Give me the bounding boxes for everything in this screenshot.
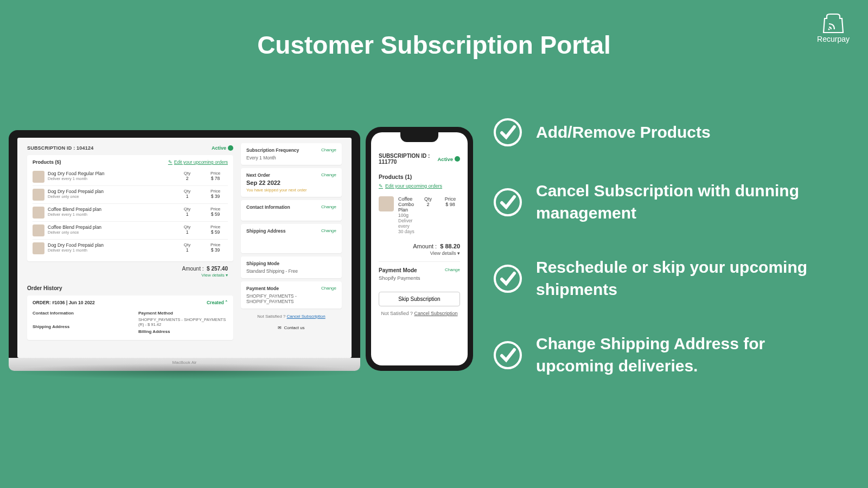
change-frequency-link[interactable]: Change xyxy=(321,147,336,152)
frequency-card: Subscription FrequencyChange Every 1 Mon… xyxy=(241,143,342,165)
payment-mode-card: Payment ModeChange SHOPIFY_PAYMENTS - SH… xyxy=(241,281,342,309)
check-circle-icon xyxy=(493,117,523,147)
phone-change-payment-link[interactable]: Change xyxy=(445,267,460,273)
svg-point-0 xyxy=(828,29,830,30)
billing-address-label: Billing Address xyxy=(138,329,228,334)
order-id-date: ORDER: #1036 | Jun 10 2022 xyxy=(33,300,95,305)
order-card: ORDER: #1036 | Jun 10 2022 Created ˄ Con… xyxy=(27,296,233,340)
skip-subscription-button[interactable]: Skip Subscription xyxy=(379,292,460,306)
check-circle-icon xyxy=(493,340,523,370)
phone-edit-upcoming-link[interactable]: ✎Edit your upcoming orders xyxy=(379,183,460,193)
payment-method-value: SHOPIFY_PAYMENTS - SHOPIFY_PAYMENTS (R) … xyxy=(138,317,228,327)
phone-view-details-link[interactable]: View details ▾ xyxy=(379,251,460,261)
product-thumbnail xyxy=(33,207,44,219)
svg-point-2 xyxy=(495,189,521,215)
next-order-card: Next OrderChange Sep 22 2022 You have sk… xyxy=(241,168,342,197)
phone-products-heading: Products (1) xyxy=(379,169,460,183)
shopping-bag-rss-icon xyxy=(821,13,845,34)
product-thumbnail xyxy=(33,224,44,236)
phone-status-badge: Active xyxy=(437,156,460,162)
change-payment-link[interactable]: Change xyxy=(321,286,336,291)
contact-us-link[interactable]: ✉Contact us xyxy=(241,325,342,330)
edit-upcoming-link[interactable]: ✎Edit your upcoming orders xyxy=(168,159,228,165)
check-circle-icon xyxy=(493,264,523,294)
product-row: Dog Dry Food Regular PlanDeliver every 1… xyxy=(33,168,228,186)
phone-payment-card: Payment ModeChange Shopify Payments xyxy=(379,261,460,286)
brand-logo: Recurpay xyxy=(817,13,850,43)
feature-list: Add/Remove Products Cancel Subscription … xyxy=(493,117,846,409)
product-thumbnail xyxy=(33,189,44,201)
order-history-heading: Order History xyxy=(27,278,233,296)
status-badge: Active xyxy=(212,145,233,151)
shipping-address-card: Shipping AddressChange xyxy=(241,224,342,253)
cancel-subscription-link[interactable]: Cancel Subscription xyxy=(287,314,326,319)
skipped-note: You have skipped your next order xyxy=(246,188,336,192)
check-circle-icon xyxy=(493,187,523,217)
feature-item: Add/Remove Products xyxy=(493,117,846,147)
svg-point-3 xyxy=(495,266,521,292)
product-row: Dog Dry Food Prepaid planDeliver every 1… xyxy=(33,240,228,257)
feature-item: Change Shipping Address for upcoming del… xyxy=(493,333,846,377)
feature-item: Reschedule or skip your upcoming shipmen… xyxy=(493,256,846,300)
product-thumbnail xyxy=(379,196,394,211)
laptop-mockup: SUBSCRIPTION ID : 104124 Active Products… xyxy=(9,130,360,371)
shipping-mode-card: Shipping Mode Standard Shipping - Free xyxy=(241,256,342,278)
pencil-icon: ✎ xyxy=(168,159,173,165)
product-thumbnail xyxy=(33,171,44,183)
order-status[interactable]: Created ˄ xyxy=(207,300,228,305)
products-heading: Products (5) xyxy=(33,159,61,165)
subscription-id: SUBSCRIPTION ID : 104124 xyxy=(27,145,93,151)
phone-subscription-id: SUBSCRIPTION ID : 111770 xyxy=(379,153,437,165)
not-satisfied-row: Not Satisfied ? Cancel Subscription xyxy=(241,314,342,319)
phone-cancel-subscription-link[interactable]: Cancel Subscription xyxy=(414,311,458,316)
pencil-icon: ✎ xyxy=(379,183,383,189)
product-row: Coffee Blend Prepaid planDeliver every 1… xyxy=(33,204,228,222)
phone-not-satisfied: Not Satisfied ? Cancel Subscription xyxy=(379,311,460,316)
contact-info-card: Contact InformationChange xyxy=(241,200,342,221)
phone-product-row: Coffee Combo Plan 100g Deliver every 30 … xyxy=(379,193,460,237)
phone-amount: Amount : $ 88.20 xyxy=(379,237,460,251)
view-details-link[interactable]: View details ▾ xyxy=(27,273,233,278)
phone-mockup: SUBSCRIPTION ID : 111770 Active Products… xyxy=(366,127,473,371)
products-card: Products (5) ✎Edit your upcoming orders … xyxy=(27,155,233,261)
brand-name: Recurpay xyxy=(817,35,850,43)
contact-info-label: Contact Information xyxy=(33,311,122,316)
change-shipping-link[interactable]: Change xyxy=(321,228,336,233)
product-thumbnail xyxy=(33,242,44,254)
shipping-address-label: Shipping Address xyxy=(33,324,122,329)
page-title: Customer Subscription Portal xyxy=(0,0,868,60)
next-order-date: Sep 22 2022 xyxy=(246,179,336,186)
change-next-order-link[interactable]: Change xyxy=(321,172,336,177)
payment-method-label: Payment Method xyxy=(138,311,228,316)
product-row: Coffee Blend Prepaid planDeliver only on… xyxy=(33,222,228,240)
amount-row: Amount : $ 257.40 xyxy=(27,261,233,273)
change-contact-link[interactable]: Change xyxy=(321,204,336,209)
product-row: Dog Dry Food Prepaid planDeliver only on… xyxy=(33,186,228,204)
mail-icon: ✉ xyxy=(278,325,282,330)
svg-point-1 xyxy=(495,119,521,145)
svg-point-4 xyxy=(495,342,521,368)
feature-item: Cancel Subscription with dunning managem… xyxy=(493,180,846,224)
